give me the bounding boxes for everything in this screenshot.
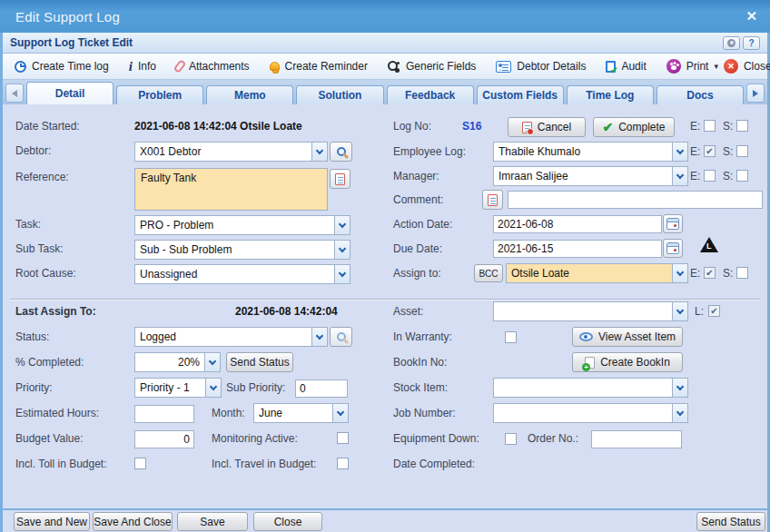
- due-date-label: Due Date:: [393, 242, 442, 255]
- order-no-input[interactable]: [591, 430, 682, 448]
- manager-combobox[interactable]: Imraan Salijee: [493, 166, 688, 186]
- tab-scroll-right-button[interactable]: [746, 84, 765, 103]
- log-s-checkbox[interactable]: [736, 120, 748, 132]
- equipment-down-checkbox[interactable]: [505, 433, 517, 445]
- action-date-calendar-button[interactable]: [663, 214, 683, 233]
- pct-completed-combobox[interactable]: 20%: [134, 352, 221, 372]
- task-combobox[interactable]: PRO - Problem: [134, 215, 350, 235]
- tab-custom-fields[interactable]: Custom Fields: [477, 85, 564, 104]
- chevron-down-icon[interactable]: [672, 404, 687, 422]
- chevron-down-icon[interactable]: [311, 143, 327, 161]
- reference-field[interactable]: Faulty Tank: [134, 168, 328, 211]
- status-search-button[interactable]: [330, 327, 352, 347]
- comment-input[interactable]: [508, 191, 763, 209]
- status-combobox[interactable]: Logged: [134, 327, 328, 347]
- generic-fields-button[interactable]: Generic Fields: [385, 58, 479, 74]
- log-e-checkbox[interactable]: [704, 120, 716, 132]
- complete-log-button[interactable]: ✔ Complete: [593, 117, 675, 137]
- reference-editor-button[interactable]: [330, 169, 350, 189]
- budget-value-input[interactable]: [134, 430, 194, 448]
- employee-s-checkbox[interactable]: [736, 145, 748, 157]
- info-button[interactable]: i Info: [126, 58, 159, 74]
- view-asset-item-button[interactable]: View Asset Item: [572, 327, 683, 347]
- e-label: E:: [690, 170, 700, 182]
- chevron-down-icon[interactable]: [672, 302, 687, 320]
- employee-e-checkbox[interactable]: [704, 145, 716, 157]
- chevron-down-icon[interactable]: [311, 328, 327, 346]
- status-label: Status:: [15, 330, 49, 343]
- asset-combobox[interactable]: [493, 301, 688, 321]
- chevron-down-icon[interactable]: [332, 404, 348, 422]
- create-time-log-button[interactable]: Create Time log: [12, 58, 112, 74]
- chevron-down-icon[interactable]: [334, 241, 350, 259]
- action-date-input[interactable]: [493, 215, 662, 233]
- send-status-footer-button[interactable]: Send Status: [696, 512, 765, 531]
- monitoring-active-checkbox[interactable]: [337, 432, 349, 444]
- date-completed-label: Date Completed:: [393, 458, 475, 470]
- chevron-down-icon[interactable]: [672, 167, 687, 185]
- stock-item-combobox[interactable]: [493, 378, 688, 398]
- due-date-input[interactable]: [493, 240, 662, 258]
- employee-log-combobox[interactable]: Thabile Khumalo: [493, 142, 688, 162]
- tab-problem[interactable]: Problem: [116, 85, 203, 104]
- send-status-button[interactable]: Send Status: [226, 352, 293, 372]
- cancel-log-button[interactable]: Cancel: [508, 117, 586, 137]
- chevron-down-icon[interactable]: [672, 379, 687, 397]
- bookin-no-label: BookIn No:: [393, 356, 447, 369]
- save-and-close-button[interactable]: Save And Close: [93, 512, 173, 531]
- chevron-down-icon[interactable]: [205, 379, 221, 397]
- tab-detail[interactable]: Detail: [26, 82, 114, 104]
- tab-docs[interactable]: Docs: [656, 85, 744, 104]
- chevron-down-icon[interactable]: [204, 353, 220, 371]
- incl-travel-checkbox[interactable]: [337, 458, 349, 469]
- job-number-combobox[interactable]: [493, 403, 688, 423]
- in-warranty-checkbox[interactable]: [505, 331, 517, 343]
- chevron-down-icon[interactable]: [334, 265, 350, 283]
- help-button[interactable]: ?: [743, 36, 760, 50]
- priority-combobox[interactable]: Priority - 1: [134, 378, 222, 398]
- comment-label: Comment:: [393, 193, 443, 206]
- assign-e-checkbox[interactable]: [704, 267, 716, 279]
- asset-l-checkbox[interactable]: [708, 305, 720, 317]
- estimated-hours-input[interactable]: [134, 405, 194, 423]
- debtor-combobox[interactable]: X001 Debtor: [134, 142, 328, 162]
- chevron-down-icon[interactable]: [672, 264, 687, 282]
- debtor-details-button[interactable]: Debtor Details: [493, 58, 588, 74]
- manager-s-checkbox[interactable]: [736, 170, 748, 182]
- assign-to-combobox[interactable]: Otsile Loate: [506, 263, 688, 283]
- month-combobox[interactable]: June: [253, 403, 349, 423]
- due-date-calendar-button[interactable]: [663, 239, 683, 258]
- audit-button[interactable]: Audit: [603, 58, 648, 74]
- incl-toll-checkbox[interactable]: [134, 458, 146, 469]
- debtor-search-button[interactable]: [330, 142, 352, 162]
- root-cause-combobox[interactable]: Unassigned: [134, 264, 350, 284]
- chevron-down-icon[interactable]: [672, 143, 687, 161]
- save-button[interactable]: Save: [177, 512, 248, 531]
- bcc-button[interactable]: BCC: [474, 264, 503, 282]
- incl-travel-label: Incl. Travel in Budget:: [212, 458, 316, 470]
- print-button[interactable]: Print ▾: [664, 57, 721, 75]
- tab-solution[interactable]: Solution: [296, 85, 383, 104]
- create-bookin-button[interactable]: Create BookIn: [572, 352, 683, 372]
- tab-scroll-left-button[interactable]: [5, 84, 24, 103]
- task-label: Task:: [15, 218, 41, 231]
- assign-s-checkbox[interactable]: [736, 267, 748, 279]
- create-reminder-button[interactable]: Create Reminder: [267, 58, 370, 74]
- sub-task-combobox[interactable]: Sub - Sub Problem: [134, 240, 350, 260]
- settings-button[interactable]: [723, 36, 740, 50]
- tab-time-log[interactable]: Time Log: [567, 85, 654, 104]
- generic-fields-icon: [388, 60, 400, 73]
- sub-priority-input[interactable]: [295, 379, 348, 398]
- bell-icon: [270, 62, 280, 71]
- chevron-down-icon[interactable]: [334, 216, 350, 234]
- save-and-new-button[interactable]: Save and New: [14, 512, 90, 531]
- manager-e-checkbox[interactable]: [704, 170, 716, 182]
- comment-editor-button[interactable]: [482, 190, 503, 210]
- tab-memo[interactable]: Memo: [206, 85, 293, 104]
- priority-label: Priority:: [15, 381, 53, 394]
- toolbar-close-button[interactable]: Close: [721, 57, 770, 75]
- tab-feedback[interactable]: Feedback: [387, 85, 474, 104]
- attachments-button[interactable]: Attachments: [173, 58, 252, 74]
- close-button[interactable]: Close: [253, 512, 322, 531]
- window-close-icon[interactable]: ✕: [745, 8, 757, 25]
